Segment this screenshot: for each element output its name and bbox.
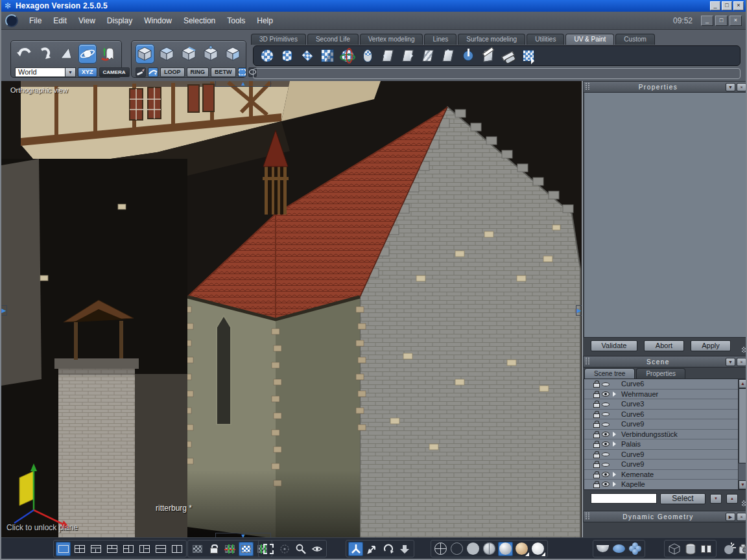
scroll-up-icon[interactable]: ▲ xyxy=(739,379,747,388)
visibility-eye-icon[interactable] xyxy=(602,382,610,386)
visibility-eye-icon[interactable] xyxy=(602,463,610,467)
toolbar-tab[interactable]: 3D Primitives xyxy=(251,34,306,45)
wireframe-sphere-icon[interactable] xyxy=(433,542,448,556)
unlock-plane-hint[interactable]: Click to unlock plane xyxy=(6,523,78,532)
dynamic-geometry-header[interactable]: Dynamic Geometry ▶ × xyxy=(583,511,747,522)
planar-mapping-icon[interactable] xyxy=(299,47,316,64)
panel-collapse-button[interactable]: ▼ xyxy=(726,83,735,91)
lock-icon[interactable] xyxy=(593,421,599,427)
toolbar-tab[interactable]: Second Life xyxy=(307,34,359,45)
menu-item[interactable]: Selection xyxy=(178,16,221,25)
paint-brush-plane-icon[interactable] xyxy=(480,47,497,64)
light-sphere-icon[interactable] xyxy=(722,542,737,556)
lock-icon[interactable] xyxy=(593,391,599,397)
visibility-eye-icon[interactable] xyxy=(602,472,610,477)
abort-button[interactable]: Abort xyxy=(644,340,684,351)
uv-head-mapping-icon[interactable] xyxy=(359,47,376,64)
grid-lock-icon[interactable] xyxy=(206,542,221,556)
layout-left-wide-button[interactable] xyxy=(121,542,136,556)
unfold-arrows-icon[interactable] xyxy=(440,47,456,64)
wireframe-hidden-sphere-icon[interactable] xyxy=(449,542,464,556)
undo-arrow-icon[interactable] xyxy=(15,44,33,64)
scene-tree-row[interactable]: Curve6 xyxy=(584,410,738,420)
paint-select-brush-icon[interactable] xyxy=(136,67,146,77)
scene-tree-row[interactable]: Kapelle xyxy=(584,480,738,490)
layout-vertical-split-button[interactable] xyxy=(169,542,184,556)
scene-tree-row[interactable]: Palais xyxy=(584,439,738,450)
scene-tree-scrollbar[interactable]: ▲ ▼ xyxy=(738,379,747,489)
visibility-eye-icon[interactable] xyxy=(602,391,610,397)
rectangle-marquee-icon[interactable] xyxy=(238,67,246,77)
lock-icon[interactable] xyxy=(593,461,599,467)
xyz-toggle-button[interactable]: XYZ xyxy=(78,67,97,77)
toolbar-tab[interactable]: Utilities xyxy=(527,34,564,45)
blue-lens-icon[interactable] xyxy=(611,542,626,556)
layout-quad-view-button[interactable] xyxy=(72,542,87,556)
wire-shaded-sphere-icon[interactable] xyxy=(482,542,497,556)
workspace-maximize-button[interactable]: □ xyxy=(715,16,728,26)
wire-cube-icon[interactable] xyxy=(667,542,682,556)
scrollbar-thumb[interactable] xyxy=(739,388,747,463)
toolbar-tab[interactable]: Vertex modeling xyxy=(360,34,423,45)
menu-item[interactable]: View xyxy=(73,16,101,25)
workspace-close-button[interactable]: × xyxy=(729,16,742,26)
layout-single-view-button[interactable] xyxy=(56,542,71,556)
layout-right-wide-button[interactable] xyxy=(137,542,152,556)
close-button[interactable]: × xyxy=(733,1,744,10)
pin-sphere-icon[interactable] xyxy=(460,47,477,64)
expand-arrow-icon[interactable] xyxy=(613,482,619,487)
scene-tree-row[interactable]: Curve9 xyxy=(584,450,738,460)
lock-icon[interactable] xyxy=(593,441,599,447)
panel-expand-button[interactable]: ▶ xyxy=(726,513,735,521)
axis-tripod-icon[interactable] xyxy=(348,542,363,556)
panel-close-button[interactable]: × xyxy=(737,83,746,91)
drag-handle-icon[interactable] xyxy=(586,513,591,520)
scroll-down-icon[interactable]: ▼ xyxy=(739,480,747,489)
panel-collapse-button[interactable]: ▼ xyxy=(726,358,735,366)
validate-button[interactable]: Validate xyxy=(591,340,637,351)
scene-tree-row[interactable]: Wehrmauer xyxy=(584,390,738,400)
visibility-eye-icon[interactable] xyxy=(602,402,610,406)
lock-icon[interactable] xyxy=(593,401,599,407)
toolbar-tab[interactable]: Custom xyxy=(615,34,654,45)
scene-tree-row[interactable]: Curve9 xyxy=(584,419,738,430)
material-sphere-icon[interactable] xyxy=(530,542,545,556)
grid-plane-active-icon[interactable] xyxy=(239,542,254,556)
cubic-mapping-icon[interactable] xyxy=(319,47,336,64)
paint-select-curve-brush-icon[interactable] xyxy=(148,67,158,77)
redo-arrow-icon[interactable] xyxy=(36,44,54,64)
move-up-button[interactable]: ▲ xyxy=(726,494,738,504)
visibility-eye-icon[interactable] xyxy=(602,412,610,416)
half-sphere-icon[interactable] xyxy=(595,542,610,556)
workspace-minimize-button[interactable]: _ xyxy=(701,16,713,26)
ghost-manipulator-icon[interactable] xyxy=(100,44,118,64)
visibility-eye-icon[interactable] xyxy=(602,452,610,456)
scene-panel-tab[interactable]: Scene tree xyxy=(584,368,635,379)
ring-button[interactable]: RING xyxy=(187,67,209,77)
layout-horizontal-split-button[interactable] xyxy=(153,542,168,556)
chevron-down-icon[interactable]: ▼ xyxy=(65,67,76,77)
cone-tool-icon[interactable] xyxy=(57,44,75,64)
panel-close-button[interactable]: × xyxy=(737,513,746,521)
minimize-button[interactable]: _ xyxy=(710,1,720,10)
move-arrows-icon[interactable] xyxy=(364,542,379,556)
viewport-collapse-top-handle[interactable]: ▲ xyxy=(215,81,271,87)
rotate-arrows-icon[interactable] xyxy=(381,542,396,556)
lock-icon[interactable] xyxy=(593,481,599,487)
visibility-eye-icon[interactable] xyxy=(602,441,610,447)
camera-toggle-button[interactable]: CAMERA xyxy=(99,67,130,77)
scene-panel-tab[interactable]: Properties xyxy=(636,368,685,379)
zoom-magnifier-icon[interactable] xyxy=(293,542,308,556)
select-object-cube-icon[interactable] xyxy=(136,44,154,64)
betw-button[interactable]: BETW xyxy=(211,67,236,77)
loop-button[interactable]: LOOP xyxy=(160,67,185,77)
unwrap-crumple-icon[interactable] xyxy=(420,47,436,64)
menu-item[interactable]: Tools xyxy=(221,16,251,25)
expand-arrow-icon[interactable] xyxy=(613,391,619,397)
scene-tree-row[interactable]: Curve6 xyxy=(584,379,738,390)
select-face-cube-icon[interactable] xyxy=(158,44,176,64)
menu-item[interactable]: Display xyxy=(101,16,138,25)
scene-search-input[interactable] xyxy=(591,493,657,504)
toolbar-tab[interactable]: Lines xyxy=(424,34,456,45)
fit-view-icon[interactable] xyxy=(261,542,276,556)
